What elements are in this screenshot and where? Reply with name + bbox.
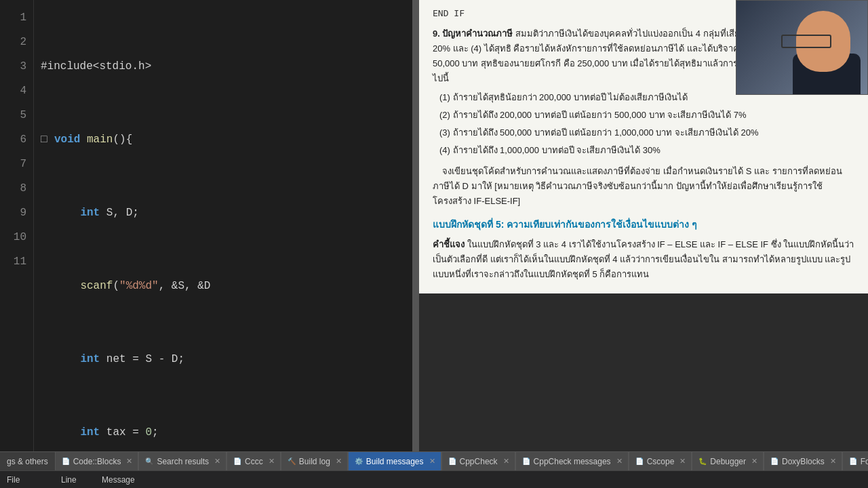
tabs-left-label: gs & others [0, 457, 55, 466]
code-line-3: int S, D; [41, 201, 412, 225]
tab-code-blocks-label: Code::Blocks [73, 457, 121, 466]
panel-separator [414, 0, 419, 451]
status-file-header: File [7, 475, 61, 485]
code-line-1: #include<stdio.h> [41, 54, 412, 79]
tab-debugger[interactable]: 🐛 Debugger ✕ [692, 452, 764, 470]
doc-item-2: (2) ถ้ารายได้ถึง 200,000 บาทต่อปี แต่น้อ… [439, 108, 854, 123]
search-results-icon: 🔍 [144, 457, 154, 466]
tab-search-results-close[interactable]: ✕ [214, 457, 220, 466]
code-line-4: scanf("%d%d", &S, &D [41, 274, 412, 298]
webcam-overlay [736, 0, 868, 95]
tab-build-log[interactable]: 🔨 Build log ✕ [281, 452, 348, 470]
tab-debugger-label: Debugger [710, 457, 746, 466]
code-lines[interactable]: #include<stdio.h> □void main(){ int S, D… [34, 0, 412, 451]
doc-section5-header: แบบฝึกหัดชุดที่ 5: ความเทียบเท่ากันของกา… [433, 217, 854, 232]
tab-cscope-label: Cscope [647, 457, 675, 466]
tab-build-messages-close[interactable]: ✕ [429, 457, 435, 466]
doc-section5-note: คำชี้แจง ในแบบฝึกหัดชุดที่ 3 และ 4 เราได… [433, 237, 854, 282]
tab-cppcheck-messages-close[interactable]: ✕ [616, 457, 623, 466]
debugger-icon: 🐛 [698, 457, 707, 466]
webcam-face [796, 11, 850, 72]
code-line-6: int tax = 0; [41, 420, 412, 445]
cscope-icon: 📄 [635, 457, 644, 466]
tab-fortran-info-label: Fortran info [861, 457, 868, 466]
tab-cppcheck-messages[interactable]: 📄 CppCheck messages ✕ [515, 452, 629, 470]
webcam-person [736, 1, 867, 94]
doxyblocks-icon: 📄 [770, 457, 779, 466]
fortran-info-icon: 📄 [848, 457, 858, 466]
tabs-bar: gs & others 📄 Code::Blocks ✕ 🔍 Search re… [0, 451, 868, 470]
build-log-icon: 🔨 [287, 457, 296, 466]
tab-doxyblocks[interactable]: 📄 DoxyBlocks ✕ [764, 452, 842, 470]
status-message-header: Message [102, 475, 861, 485]
webcam-glasses [781, 35, 831, 48]
tab-cccc[interactable]: 📄 Cccc ✕ [226, 452, 281, 470]
tab-cppcheck[interactable]: 📄 CppCheck ✕ [441, 452, 515, 470]
tab-build-log-label: Build log [299, 457, 330, 466]
tab-build-log-close[interactable]: ✕ [336, 457, 342, 466]
tab-cppcheck-messages-label: CppCheck messages [534, 457, 611, 466]
tab-cppcheck-close[interactable]: ✕ [503, 457, 509, 466]
status-line-header: Line [61, 475, 102, 485]
cppcheck-messages-icon: 📄 [521, 457, 531, 466]
tab-cscope-close[interactable]: ✕ [679, 457, 686, 466]
code-blocks-icon: 📄 [61, 457, 71, 466]
tab-cccc-close[interactable]: ✕ [269, 457, 275, 466]
tab-doxyblocks-close[interactable]: ✕ [830, 457, 836, 466]
build-messages-icon: ⚙️ [354, 457, 363, 466]
tab-search-results[interactable]: 🔍 Search results ✕ [138, 452, 226, 470]
status-columns: File Line Message [7, 475, 861, 485]
tab-cppcheck-label: CppCheck [460, 457, 498, 466]
tab-build-messages-label: Build messages [366, 457, 424, 466]
tab-debugger-close[interactable]: ✕ [751, 457, 757, 466]
tab-code-blocks-close[interactable]: ✕ [126, 457, 132, 466]
tab-search-results-label: Search results [157, 457, 209, 466]
cccc-icon: 📄 [233, 457, 242, 466]
code-line-5: int net = S - D; [41, 347, 412, 371]
tab-cccc-label: Cccc [245, 457, 263, 466]
code-line-2: □void main(){ [41, 127, 412, 152]
right-wrapper: END IF 9. ปัญหาคำนวณภาษี สมมติว่าภาษีเงิ… [419, 0, 868, 451]
cppcheck-icon: 📄 [448, 457, 457, 466]
doc-item-3: (3) ถ้ารายได้ถึง 500,000 บาทต่อปี แต่น้อ… [439, 125, 854, 140]
tab-code-blocks[interactable]: 📄 Code::Blocks ✕ [55, 452, 139, 470]
tab-build-messages[interactable]: ⚙️ Build messages ✕ [348, 452, 441, 470]
line-numbers: 1 2 3 4 5 6 7 8 9 10 11 [0, 0, 34, 451]
doc-section9-num: 9. [433, 28, 440, 39]
doc-extra: จงเขียนชุดโค้ดสำหรับการคำนวณและแสดงภาษีท… [433, 164, 854, 209]
status-bar: File Line Message [0, 470, 868, 488]
tab-cscope[interactable]: 📄 Cscope ✕ [629, 452, 692, 470]
tab-doxyblocks-label: DoxyBlocks [782, 457, 825, 466]
code-area: 1 2 3 4 5 6 7 8 9 10 11 #include<stdio.h… [0, 0, 412, 451]
tab-fortran-info[interactable]: 📄 Fortran info [842, 452, 868, 470]
code-editor[interactable]: 1 2 3 4 5 6 7 8 9 10 11 #include<stdio.h… [0, 0, 414, 451]
doc-item-4: (4) ถ้ารายได้ถึง 1,000,000 บาทต่อปี จะเส… [439, 143, 854, 158]
